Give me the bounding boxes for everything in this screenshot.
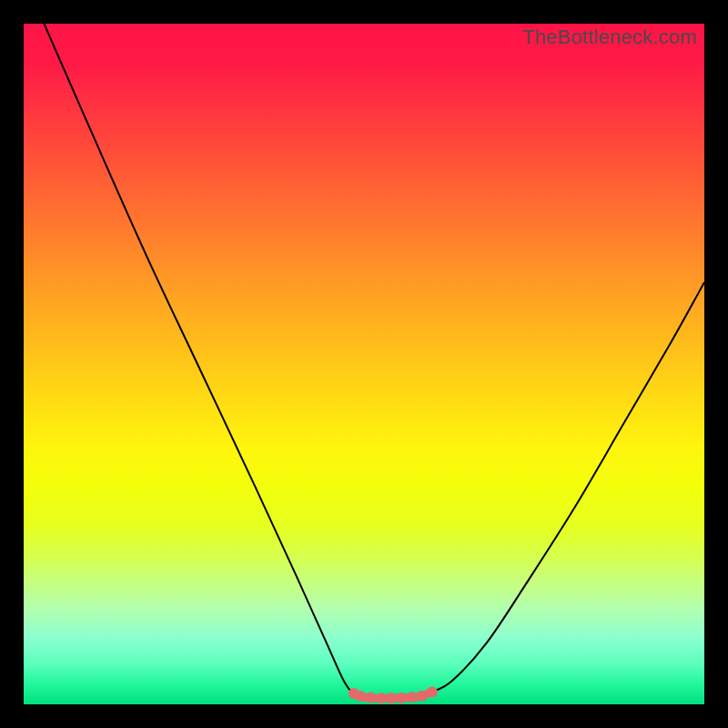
watermark-text: TheBottleneck.com bbox=[522, 25, 697, 49]
bottom-marker-dot bbox=[417, 691, 428, 702]
bottom-marker-dot bbox=[406, 692, 417, 703]
bottom-marker-dot bbox=[386, 693, 397, 703]
plot-area: TheBottleneck.com bbox=[24, 24, 704, 704]
bottom-marker-dot bbox=[427, 687, 438, 698]
bottom-marker-dot bbox=[376, 693, 387, 703]
curve-layer bbox=[24, 24, 704, 704]
chart-frame: TheBottleneck.com bbox=[0, 0, 728, 728]
bottleneck-curve bbox=[44, 24, 704, 698]
bottom-marker-dot bbox=[355, 691, 366, 702]
bottom-marker-dot bbox=[396, 693, 407, 703]
bottom-marker-dot bbox=[365, 693, 376, 703]
